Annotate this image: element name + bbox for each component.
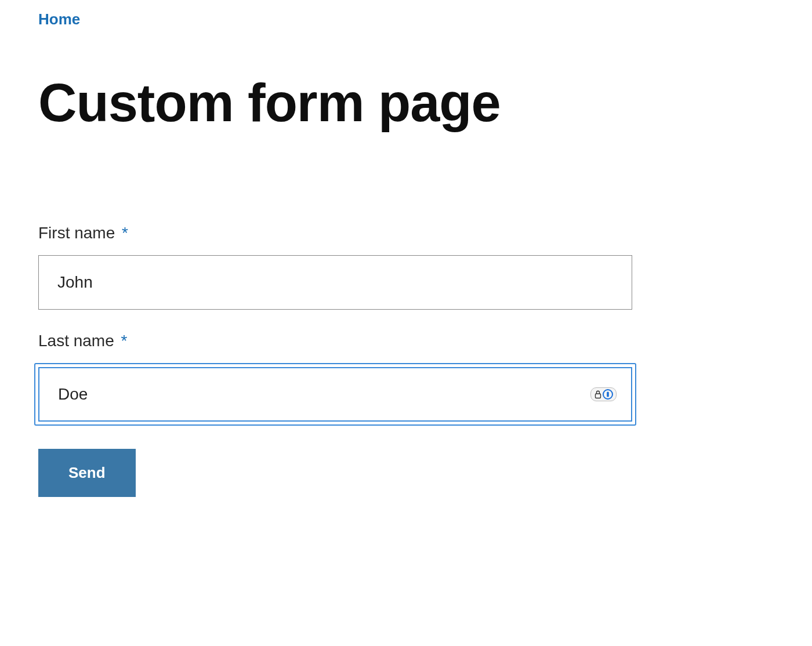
breadcrumb-home-link[interactable]: Home	[38, 10, 80, 28]
first-name-label-text: First name	[38, 224, 115, 242]
required-asterisk: *	[121, 332, 128, 350]
last-name-focus-ring	[34, 363, 636, 426]
last-name-label: Last name *	[38, 332, 632, 350]
password-manager-badge[interactable]	[590, 387, 617, 401]
last-name-input[interactable]	[38, 367, 632, 422]
svg-rect-2	[607, 391, 609, 397]
last-name-label-text: Last name	[38, 332, 114, 350]
onepassword-icon	[602, 389, 614, 400]
send-button[interactable]: Send	[38, 449, 136, 497]
required-asterisk: *	[122, 224, 128, 242]
lock-icon	[594, 390, 602, 399]
last-name-field-group: Last name *	[38, 332, 632, 426]
first-name-input[interactable]	[38, 255, 632, 310]
svg-rect-0	[596, 394, 601, 398]
page-title: Custom form page	[38, 75, 774, 131]
first-name-label: First name *	[38, 224, 632, 242]
custom-form: First name * Last name *	[38, 224, 632, 497]
breadcrumb: Home	[38, 10, 774, 28]
first-name-field-group: First name *	[38, 224, 632, 310]
